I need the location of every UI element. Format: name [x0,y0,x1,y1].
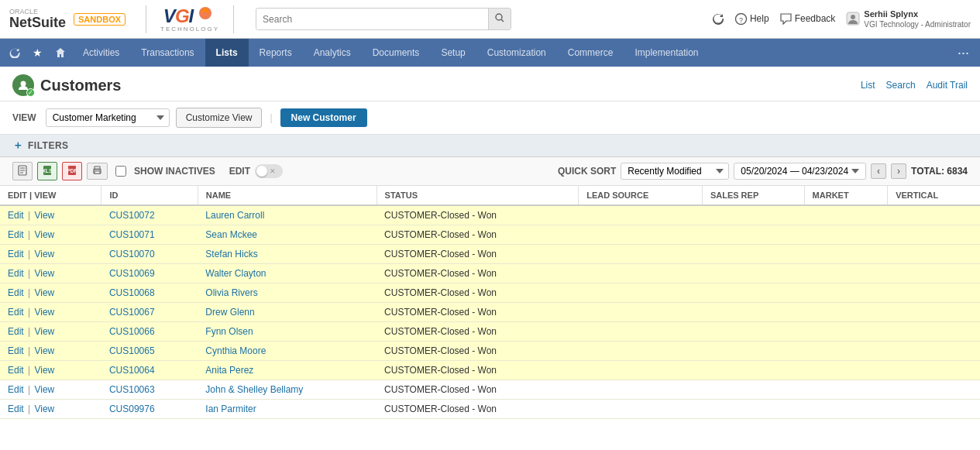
pipe-divider: | [26,229,33,240]
view-link[interactable]: View [34,365,54,376]
toolbar-doc-icon-btn[interactable] [12,162,33,180]
customer-id-link[interactable]: CUS10064 [109,365,155,376]
refresh-button[interactable] [712,12,724,25]
search-input[interactable] [256,9,488,29]
lead-source-cell [579,400,703,419]
quick-sort-select[interactable]: Recently Modified [621,163,729,180]
next-page-button[interactable]: › [891,163,906,179]
customer-name-link[interactable]: John & Shelley Bellamy [205,384,303,395]
customer-id-link[interactable]: CUS10068 [109,287,155,298]
customer-name-link[interactable]: Cynthia Moore [205,345,266,356]
nav-item-activities[interactable]: Activities [72,39,130,67]
edit-view-cell: Edit | View [0,342,101,361]
nav-item-commerce[interactable]: Commerce [557,39,624,67]
edit-link[interactable]: Edit [8,268,24,279]
edit-link[interactable]: Edit [8,229,24,240]
status-cell: CUSTOMER-Closed - Won [377,303,579,322]
edit-link[interactable]: Edit [8,249,24,259]
nav-item-implementation[interactable]: Implementation [624,39,709,67]
view-link[interactable]: View [34,384,54,395]
filters-expand-icon[interactable]: ＋ [12,139,23,153]
edit-link[interactable]: Edit [8,345,24,356]
customer-id-link[interactable]: CUS10072 [109,210,155,221]
date-range-text: 05/20/2024 — 04/23/2024 [741,166,848,177]
feedback-button[interactable]: Feedback [780,13,836,25]
customize-view-button[interactable]: Customize View [176,108,263,128]
nav-item-documents[interactable]: Documents [362,39,431,67]
nav-item-setup[interactable]: Setup [430,39,476,67]
nav-star-button[interactable]: ★ [26,39,49,67]
view-link[interactable]: View [34,268,54,279]
table-header-id: ID [101,186,198,205]
lead-source-cell [579,225,703,245]
status-text: CUSTOMER-Closed - Won [384,287,497,298]
toolbar-excel-icon-btn[interactable]: XLS [37,162,57,180]
edit-label: EDIT [229,166,250,177]
lead-source-cell [579,380,703,400]
name-cell: Cynthia Moore [198,342,377,361]
customer-name-link[interactable]: Stefan Hicks [205,249,257,259]
edit-link[interactable]: Edit [8,384,24,395]
view-link[interactable]: View [34,307,54,318]
nav-item-customization[interactable]: Customization [476,39,557,67]
customer-name-link[interactable]: Lauren Carroll [205,210,264,221]
search-button[interactable] [488,9,511,29]
edit-toggle[interactable]: ✕ [255,164,283,178]
nav-item-reports[interactable]: Reports [249,39,303,67]
list-link[interactable]: List [861,80,875,91]
pipe-divider: | [26,365,33,376]
customer-id-link[interactable]: CUS10063 [109,384,155,395]
prev-page-button[interactable]: ‹ [871,163,886,179]
customer-name-link[interactable]: Fynn Olsen [205,326,253,337]
date-range[interactable]: 05/20/2024 — 04/23/2024 [734,163,866,180]
view-link[interactable]: View [34,210,54,221]
edit-link[interactable]: Edit [8,404,24,414]
edit-link[interactable]: Edit [8,210,24,221]
nav-more-button[interactable]: ··· [950,45,977,61]
nav-item-transactions[interactable]: Transactions [130,39,205,67]
edit-link[interactable]: Edit [8,326,24,337]
customer-id-link[interactable]: CUS10066 [109,326,155,337]
view-link[interactable]: View [34,326,54,337]
customer-id-link[interactable]: CUS10065 [109,345,155,356]
edit-link[interactable]: Edit [8,307,24,318]
nav-item-lists[interactable]: Lists [205,39,249,67]
help-button[interactable]: ? Help [735,13,769,25]
select-all-checkbox[interactable] [115,166,126,177]
nav-item-analytics[interactable]: Analytics [303,39,362,67]
customer-name-link[interactable]: Olivia Rivers [205,287,257,298]
name-cell: Ian Parmiter [198,400,377,419]
customer-id-link[interactable]: CUS10067 [109,307,155,318]
toolbar-print-icon-btn[interactable] [87,163,108,180]
status-text: CUSTOMER-Closed - Won [384,210,497,221]
table-toolbar: XLS PDF SHOW INACTIVES EDIT ✕ QUICK SORT… [0,157,980,186]
customer-name-link[interactable]: Walter Clayton [205,268,266,279]
nav-refresh-button[interactable] [3,39,26,67]
vertical-cell [888,225,980,245]
edit-link[interactable]: Edit [8,365,24,376]
search-link[interactable]: Search [886,80,916,91]
toolbar-pdf-icon-btn[interactable]: PDF [62,162,82,180]
status-cell: CUSTOMER-Closed - Won [377,361,579,380]
customer-id-link[interactable]: CUS10069 [109,268,155,279]
vertical-cell [888,264,980,283]
view-link[interactable]: View [34,249,54,259]
customer-id-link[interactable]: CUS10070 [109,249,155,259]
view-link[interactable]: View [34,345,54,356]
edit-link[interactable]: Edit [8,287,24,298]
new-customer-button[interactable]: New Customer [280,108,367,127]
view-select[interactable]: Customer Marketing [46,108,170,127]
sales-rep-cell [702,303,804,322]
customer-id-link[interactable]: CUS09976 [109,404,155,414]
customer-name-link[interactable]: Sean Mckee [205,229,257,240]
name-cell: Anita Perez [198,361,377,380]
view-link[interactable]: View [34,229,54,240]
customer-id-link[interactable]: CUS10071 [109,229,155,240]
nav-home-button[interactable] [49,39,72,67]
customer-name-link[interactable]: Drew Glenn [205,307,254,318]
view-link[interactable]: View [34,404,54,414]
view-link[interactable]: View [34,287,54,298]
customer-name-link[interactable]: Ian Parmiter [205,404,256,414]
customer-name-link[interactable]: Anita Perez [205,365,253,376]
audit-trail-link[interactable]: Audit Trail [927,80,968,91]
